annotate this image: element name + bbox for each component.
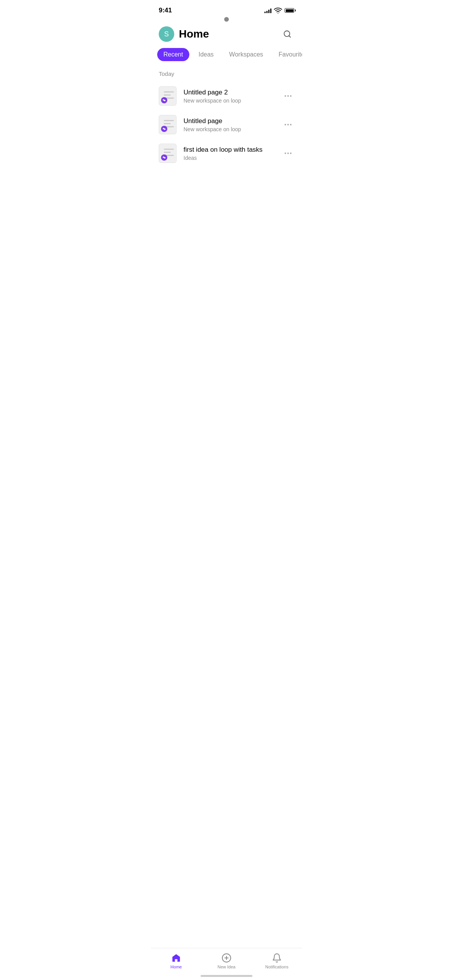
tab-workspaces[interactable]: Workspaces [223, 48, 269, 61]
item-content-2: Untitled page New workspace on loop [184, 117, 276, 132]
item-more-button-3[interactable] [282, 147, 294, 159]
item-more-button-2[interactable] [282, 118, 294, 131]
item-title-3: first idea on loop with tasks [184, 146, 276, 154]
camera-area [151, 17, 302, 22]
svg-line-1 [289, 36, 290, 37]
recent-list: Untitled page 2 New workspace on loop [151, 82, 302, 168]
item-subtitle-1: New workspace on loop [184, 98, 276, 104]
tab-ideas[interactable]: Ideas [192, 48, 220, 61]
tabs-container: Recent Ideas Workspaces Favourites [151, 48, 302, 61]
item-title-2: Untitled page [184, 117, 276, 125]
section-today: Today [151, 70, 302, 82]
list-item[interactable]: first idea on loop with tasks Ideas [151, 139, 302, 168]
item-content-3: first idea on loop with tasks Ideas [184, 146, 276, 161]
signal-icon [264, 8, 271, 13]
tab-favourites[interactable]: Favourites [273, 48, 302, 61]
camera-dot [224, 17, 229, 22]
tab-recent[interactable]: Recent [157, 48, 189, 61]
wifi-icon [274, 6, 282, 15]
avatar[interactable]: S [159, 26, 174, 42]
item-more-button-1[interactable] [282, 90, 294, 102]
search-button[interactable] [280, 27, 294, 41]
search-icon [283, 30, 292, 38]
more-dots-icon [285, 124, 292, 125]
doc-icon-1 [159, 86, 178, 106]
item-subtitle-3: Ideas [184, 155, 276, 161]
loop-logo-1 [161, 97, 168, 104]
loop-logo-3 [161, 154, 168, 161]
battery-icon [285, 8, 294, 13]
list-item[interactable]: Untitled page New workspace on loop [151, 110, 302, 139]
item-content-1: Untitled page 2 New workspace on loop [184, 89, 276, 104]
status-time: 9:41 [159, 7, 172, 14]
header-left: S Home [159, 26, 209, 42]
loop-logo-2 [161, 125, 168, 132]
doc-icon-3 [159, 144, 178, 163]
doc-icon-2 [159, 115, 178, 134]
item-title-1: Untitled page 2 [184, 89, 276, 96]
header: S Home [151, 23, 302, 48]
status-icons [264, 6, 294, 15]
more-dots-icon [285, 152, 292, 154]
page-title: Home [179, 28, 209, 40]
item-subtitle-2: New workspace on loop [184, 126, 276, 132]
status-bar: 9:41 [151, 0, 302, 19]
more-dots-icon [285, 95, 292, 97]
list-item[interactable]: Untitled page 2 New workspace on loop [151, 82, 302, 110]
